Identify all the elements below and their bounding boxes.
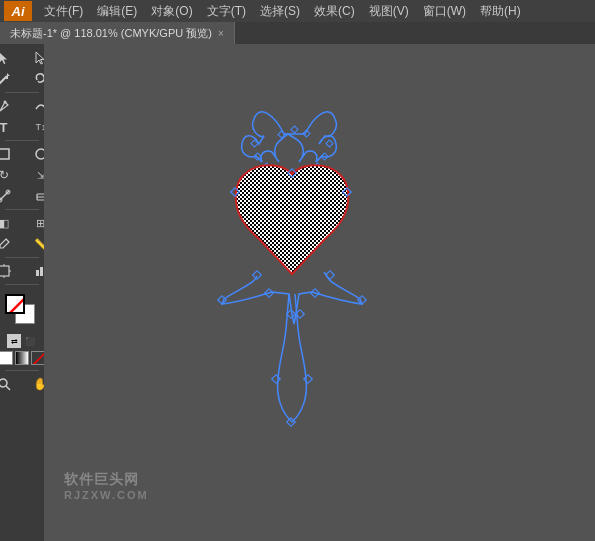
canvas-svg [44, 44, 595, 541]
color-boxes [3, 292, 41, 332]
svg-rect-5 [0, 149, 9, 159]
tab-label: 未标题-1* @ 118.01% (CMYK/GPU 预览) [10, 26, 212, 41]
magic-wand-tool[interactable] [0, 69, 22, 89]
rectangle-tool[interactable] [0, 144, 22, 164]
solid-fill-button[interactable] [0, 351, 13, 365]
selection-tool[interactable] [0, 48, 22, 68]
no-fill-button[interactable] [31, 351, 45, 365]
toolbar: T T↕ ↻ ⇲ [0, 44, 44, 541]
svg-line-20 [7, 296, 25, 314]
eyedropper-tool[interactable] [0, 234, 22, 254]
svg-marker-0 [0, 52, 7, 64]
gradient-fill-button[interactable] [15, 351, 29, 365]
default-colors-button[interactable]: ⬛ [23, 334, 37, 348]
menu-item-select[interactable]: 选择(S) [254, 1, 306, 22]
svg-marker-1 [36, 52, 44, 64]
fill-type-row [0, 351, 45, 365]
menu-item-edit[interactable]: 编辑(E) [91, 1, 143, 22]
menu-item-file[interactable]: 文件(F) [38, 1, 89, 22]
tab-close-button[interactable]: × [218, 28, 224, 39]
artboard-tool[interactable] [0, 261, 22, 281]
menu-item-effect[interactable]: 效果(C) [308, 1, 361, 22]
svg-rect-12 [0, 266, 9, 276]
svg-marker-3 [6, 73, 10, 79]
svg-point-22 [0, 379, 7, 387]
swap-color-button[interactable]: ⇄ [7, 334, 21, 348]
menu-bar: Ai 文件(F) 编辑(E) 对象(O) 文字(T) 选择(S) 效果(C) 视… [0, 0, 595, 22]
menu-item-object[interactable]: 对象(O) [145, 1, 198, 22]
canvas-area[interactable]: 软件巨头网 RJZXW.COM [44, 44, 595, 541]
tab-bar: 未标题-1* @ 118.01% (CMYK/GPU 预览) × [0, 22, 595, 44]
menu-item-help[interactable]: 帮助(H) [474, 1, 527, 22]
color-mode-row: ⇄ ⬛ [7, 334, 37, 348]
menu-item-window[interactable]: 窗口(W) [417, 1, 472, 22]
active-tab[interactable]: 未标题-1* @ 118.01% (CMYK/GPU 预览) × [0, 22, 235, 44]
zoom-tool[interactable] [0, 374, 22, 394]
menu-item-text[interactable]: 文字(T) [201, 1, 252, 22]
main-layout: T T↕ ↻ ⇲ [0, 44, 595, 541]
svg-rect-17 [36, 270, 39, 276]
type-tool[interactable]: T [0, 117, 22, 137]
watermark-text: 软件巨头网 RJZXW.COM [64, 471, 149, 501]
pen-tool[interactable] [0, 96, 22, 116]
svg-point-4 [3, 101, 6, 104]
app-logo: Ai [4, 1, 32, 21]
rotate-tool[interactable]: ↻ [0, 165, 22, 185]
fill-color-box[interactable] [5, 294, 25, 314]
svg-rect-18 [40, 267, 43, 276]
scissors-tool[interactable] [0, 186, 22, 206]
gradient-tool[interactable]: ◧ [0, 213, 22, 233]
menu-item-view[interactable]: 视图(V) [363, 1, 415, 22]
svg-line-23 [6, 386, 10, 390]
